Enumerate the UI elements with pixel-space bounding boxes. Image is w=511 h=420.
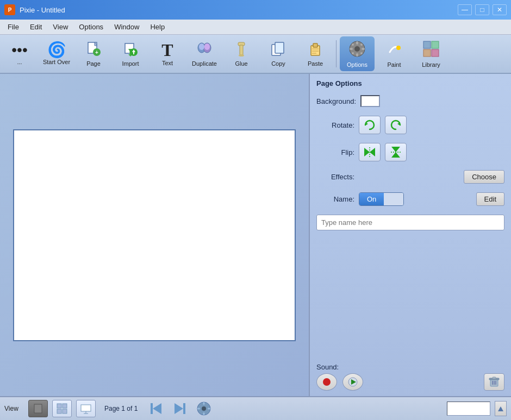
name-toggle-off[interactable] [384,193,403,205]
effects-label: Effects: [316,173,354,181]
zoom-input[interactable]: 39% [447,402,490,416]
svg-rect-30 [362,48,365,50]
record-button[interactable] [316,373,337,391]
name-input-row [316,215,504,230]
menu-window[interactable]: Window [109,21,145,33]
svg-point-71 [202,406,206,411]
flip-horizontal-button[interactable] [359,143,381,161]
svg-point-14 [204,43,210,50]
next-page-button[interactable] [170,400,190,417]
start-over-icon: 🌀 [47,42,66,58]
menu-edit[interactable]: Edit [24,21,47,33]
library-icon [422,40,440,60]
tool-more[interactable]: ••• ... [2,36,37,71]
duplicate-icon [197,41,212,59]
svg-rect-21 [313,43,317,47]
settings-button[interactable] [194,400,214,417]
name-row: Name: On Edit [316,192,504,206]
svg-rect-59 [57,404,61,408]
menu-file[interactable]: File [2,21,24,33]
rotate-ccw-button[interactable] [359,116,381,134]
svg-rect-28 [356,53,358,57]
name-toggle-on[interactable]: On [359,193,384,205]
tool-start-over[interactable]: 🌀 Start Over [39,36,74,71]
svg-rect-37 [423,41,431,48]
rotate-cw-button[interactable] [385,116,407,134]
svg-rect-54 [493,377,496,379]
svg-point-26 [354,46,360,52]
more-icon: ••• [11,42,27,58]
play-button[interactable] [342,373,363,391]
window-controls: — □ ✕ [458,4,507,15]
svg-rect-19 [275,42,284,53]
prev-page-button[interactable] [146,400,166,417]
svg-point-49 [323,378,331,386]
svg-rect-72 [203,402,205,405]
maximize-button[interactable]: □ [475,4,489,15]
svg-rect-39 [423,49,431,57]
minimize-button[interactable]: — [458,4,472,15]
page-icon: + [86,41,101,59]
tool-copy[interactable]: Copy [261,36,296,71]
background-color-picker[interactable] [360,95,380,107]
svg-rect-10 [133,52,134,54]
svg-rect-69 [183,403,185,414]
toolbar-separator [336,40,336,67]
page-info: Page 1 of 1 [100,405,142,412]
tool-paste[interactable]: Paste [298,36,333,71]
multi-page-view-button[interactable] [52,400,72,417]
toolbar: ••• ... 🌀 Start Over + Page [0,35,511,74]
title-bar: P Pixie - Untitled — □ ✕ [0,0,511,20]
tool-import[interactable]: Import [113,36,148,71]
flip-label: Flip: [316,148,354,156]
menu-help[interactable]: Help [145,21,170,33]
flip-vertical-button[interactable] [385,143,407,161]
status-bar: View Page 1 of 1 [0,396,511,420]
svg-rect-27 [356,41,358,45]
svg-rect-63 [81,405,91,411]
svg-rect-23 [312,51,319,52]
close-button[interactable]: ✕ [493,4,507,15]
menu-view[interactable]: View [47,21,73,33]
text-icon: T [161,41,173,59]
tool-duplicate[interactable]: Duplicate [187,36,222,71]
main-area: Page Options Background: Rotate: [0,74,511,396]
svg-marker-68 [175,403,183,414]
tool-options[interactable]: Options [340,36,375,71]
tool-page[interactable]: + Page [76,36,111,71]
import-icon [123,41,138,59]
sound-controls [316,373,504,391]
name-label: Name: [316,195,354,203]
svg-point-13 [199,43,204,50]
menu-bar: File Edit View Options Window Help [0,20,511,35]
sound-section: Sound: [316,363,504,391]
canvas-frame[interactable] [13,129,296,341]
single-page-view-button[interactable] [28,400,48,417]
tool-text[interactable]: T Text [150,36,185,71]
svg-rect-61 [57,409,61,413]
svg-marker-43 [364,148,370,156]
sound-label: Sound: [316,363,339,371]
svg-text:+: + [95,49,98,55]
window-title: Pixie - Untitled [20,6,65,14]
app-icon: P [4,4,15,15]
delete-sound-button[interactable] [484,373,504,391]
presentation-view-button[interactable] [76,400,96,417]
tool-library[interactable]: Library [414,36,448,71]
background-label: Background: [316,97,356,105]
tool-paint[interactable]: Paint [377,36,412,71]
svg-rect-22 [312,48,319,49]
effects-choose-button[interactable]: Choose [464,170,504,184]
svg-marker-66 [153,403,161,414]
name-edit-button[interactable]: Edit [476,192,504,206]
svg-point-36 [396,46,401,50]
zoom-up-button[interactable] [495,401,507,416]
paste-icon [308,41,323,59]
panel-title: Page Options [316,79,504,87]
svg-rect-24 [312,53,316,54]
tool-glue[interactable]: Glue [224,36,259,71]
right-panel: Page Options Background: Rotate: [309,74,511,396]
name-input[interactable] [316,215,504,230]
menu-options[interactable]: Options [73,21,109,33]
svg-rect-74 [197,408,200,410]
